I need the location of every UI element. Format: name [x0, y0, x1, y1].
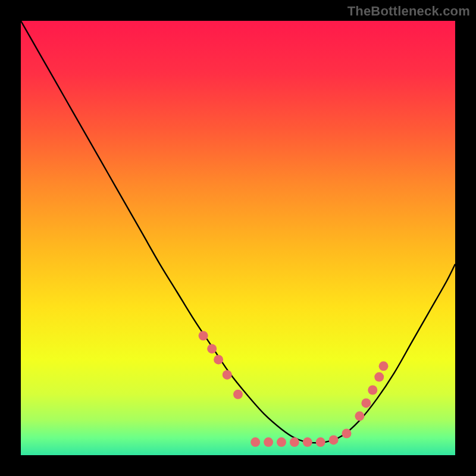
attribution-text: TheBottleneck.com: [347, 4, 470, 19]
curve-marker: [214, 355, 223, 364]
curve-marker: [233, 390, 243, 399]
curve-marker: [250, 437, 260, 447]
curve-marker: [316, 437, 325, 447]
curve-marker: [374, 372, 384, 382]
curve-marker: [223, 370, 232, 380]
plot-area: [21, 21, 455, 455]
curve-marker: [290, 437, 299, 447]
curve-marker: [264, 437, 273, 447]
curve-marker: [379, 361, 389, 371]
curve-marker: [368, 386, 377, 395]
outer-frame: TheBottleneck.com: [0, 0, 476, 476]
curve-marker: [277, 437, 286, 447]
curve-marker: [342, 429, 352, 439]
curve-marker: [207, 344, 217, 353]
curve-marker: [329, 435, 339, 444]
curve-marker: [303, 437, 312, 447]
curve-marker: [355, 411, 364, 421]
chart-svg: [21, 21, 455, 455]
curve-marker: [199, 331, 208, 340]
curve-marker: [361, 398, 371, 408]
